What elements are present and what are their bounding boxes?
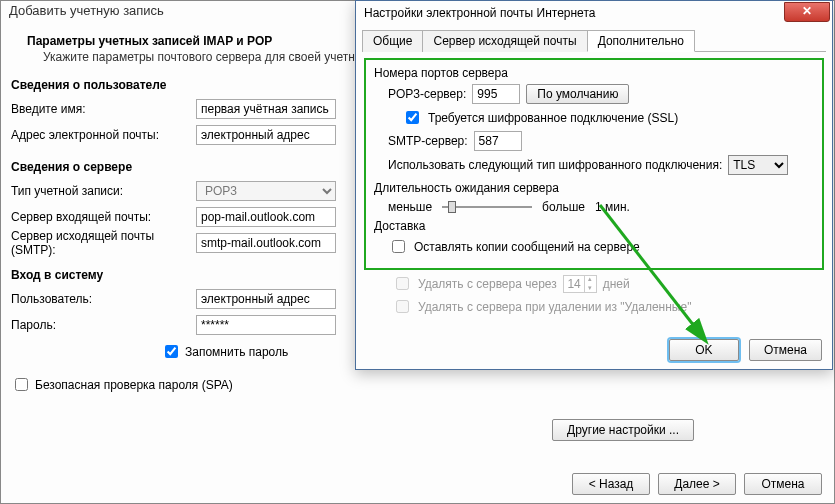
outgoing-input[interactable] — [196, 233, 336, 253]
highlight-box: Номера портов сервера POP3-сервер: По ум… — [364, 58, 824, 270]
defaults-button[interactable]: По умолчанию — [526, 84, 629, 104]
leave-copy-checkbox[interactable] — [392, 240, 405, 253]
spa-label: Безопасная проверка пароля (SPA) — [35, 378, 233, 392]
ssl-label: Требуется шифрованное подключение (SSL) — [428, 111, 678, 125]
delivery-group-label: Доставка — [374, 219, 814, 233]
password-label: Пароль: — [11, 318, 196, 332]
other-settings-button[interactable]: Другие настройки ... — [552, 419, 694, 441]
tab-advanced[interactable]: Дополнительно — [587, 30, 695, 52]
encryption-select[interactable]: TLS — [728, 155, 788, 175]
password-input[interactable] — [196, 315, 336, 335]
ok-button[interactable]: OK — [669, 339, 739, 361]
next-button[interactable]: Далее > — [658, 473, 736, 495]
close-button[interactable]: ✕ — [784, 2, 830, 22]
user-input[interactable] — [196, 289, 336, 309]
user-label: Пользователь: — [11, 292, 196, 306]
delete-after-checkbox — [396, 277, 409, 290]
smtp-label: SMTP-сервер: — [388, 134, 468, 148]
ssl-checkbox[interactable] — [406, 111, 419, 124]
incoming-input[interactable] — [196, 207, 336, 227]
remember-password-label: Запомнить пароль — [185, 345, 288, 359]
back-button[interactable]: < Назад — [572, 473, 650, 495]
email-label: Адрес электронной почты: — [11, 128, 196, 142]
spa-checkbox[interactable] — [15, 378, 28, 391]
timeout-value: 1 мин. — [595, 200, 630, 214]
account-type-select[interactable]: POP3 — [196, 181, 336, 201]
chevron-up-icon: ▴ — [584, 275, 596, 284]
pop3-label: POP3-сервер: — [388, 87, 466, 101]
name-label: Введите имя: — [11, 102, 196, 116]
name-input[interactable] — [196, 99, 336, 119]
pop3-port-input[interactable] — [472, 84, 520, 104]
encryption-label: Использовать следующий тип шифрованного … — [388, 158, 722, 172]
account-type-label: Тип учетной записи: — [11, 184, 196, 198]
delete-after-label: Удалять с сервера через — [418, 277, 557, 291]
delete-after-days-stepper: 14 ▴▾ — [563, 275, 597, 293]
email-settings-dialog: Настройки электронной почты Интернета ✕ … — [355, 0, 833, 370]
delete-after-unit: дней — [603, 277, 630, 291]
email-input[interactable] — [196, 125, 336, 145]
close-icon: ✕ — [802, 4, 812, 18]
ports-group-label: Номера портов сервера — [374, 66, 814, 80]
outgoing-label: Сервер исходящей почты (SMTP): — [11, 229, 196, 257]
tab-outgoing[interactable]: Сервер исходящей почты — [422, 30, 587, 52]
delete-deleted-label: Удалять с сервера при удалении из "Удале… — [418, 300, 691, 314]
timeout-less-label: меньше — [388, 200, 432, 214]
leave-copy-label: Оставлять копии сообщений на сервере — [414, 240, 640, 254]
timeout-more-label: больше — [542, 200, 585, 214]
delete-deleted-checkbox — [396, 300, 409, 313]
dialog-title: Настройки электронной почты Интернета — [364, 6, 595, 20]
smtp-port-input[interactable] — [474, 131, 522, 151]
remember-password-checkbox[interactable] — [165, 345, 178, 358]
timeout-group-label: Длительность ожидания сервера — [374, 181, 814, 195]
cancel-button[interactable]: Отмена — [744, 473, 822, 495]
dialog-cancel-button[interactable]: Отмена — [749, 339, 822, 361]
chevron-down-icon: ▾ — [584, 284, 596, 293]
tab-general[interactable]: Общие — [362, 30, 423, 52]
timeout-slider[interactable] — [442, 199, 532, 215]
incoming-label: Сервер входящей почты: — [11, 210, 196, 224]
